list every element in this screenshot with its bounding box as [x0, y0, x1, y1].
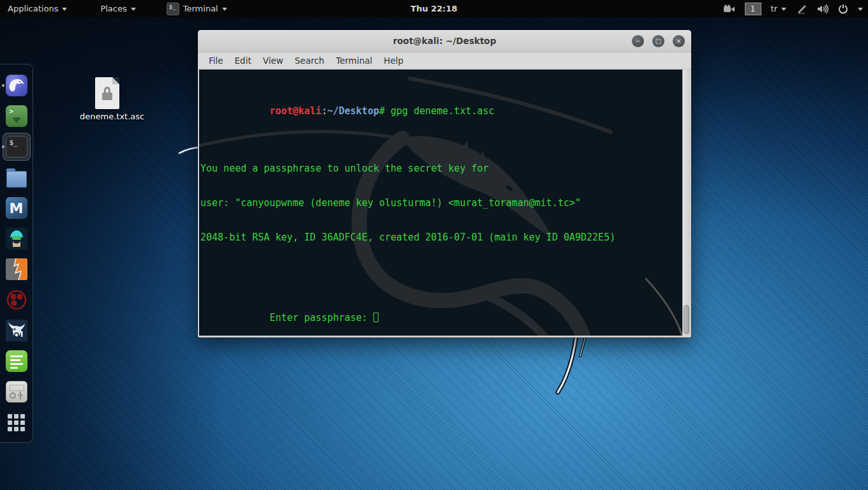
prompt-glyph: > [10, 107, 14, 115]
desktop-file-label: deneme.txt.asc [80, 112, 135, 121]
dock-item-beef[interactable] [0, 315, 33, 346]
applications-menu-label: Applications [8, 4, 58, 13]
dock-item-files[interactable] [0, 162, 33, 193]
active-app-highlight: $_ [3, 133, 31, 161]
terminal-window: root@kali: ~/Desktop − □ ✕ File Edit Vie… [198, 30, 691, 338]
chevron-down-icon [62, 8, 67, 11]
maximize-button[interactable]: □ [652, 35, 664, 47]
dock-item-iceweasel[interactable] [0, 70, 33, 101]
tweak-tool-icon [6, 381, 27, 403]
places-menu[interactable]: Places [93, 0, 143, 17]
power-icon[interactable] [838, 4, 848, 14]
desktop-file-deneme[interactable]: deneme.txt.asc [80, 77, 135, 121]
terminal-text: root@kali:~/Desktop# gpg deneme.txt.asc … [199, 70, 682, 335]
prompt-user: root@kali [269, 105, 321, 117]
dock: > $_ M [0, 64, 33, 443]
gnome-terminal-icon: $_ [6, 136, 27, 158]
running-indicator [2, 84, 4, 87]
app-menu-label: Terminal [183, 4, 218, 13]
chevron-down-icon[interactable] [858, 8, 863, 11]
passphrase-prompt: Enter passphrase: [269, 312, 373, 323]
output-line: user: "canyoupwnme (deneme key olusturma… [200, 197, 682, 209]
page-fold [112, 77, 119, 84]
terminal-cursor[interactable] [373, 313, 378, 322]
scrollbar-thumb[interactable] [684, 305, 689, 334]
menu-view[interactable]: View [257, 56, 289, 66]
menu-terminal[interactable]: Terminal [330, 56, 378, 66]
places-menu-label: Places [100, 4, 126, 13]
top-bar: Applications Places $_ Terminal Thu 22:1… [0, 0, 868, 17]
terminal-scrollbar[interactable] [682, 70, 690, 336]
iceweasel-icon [6, 75, 27, 96]
beef-bull-icon [6, 320, 27, 341]
minimize-button[interactable]: − [632, 35, 644, 47]
input-pen-icon[interactable] [796, 4, 807, 14]
screencast-camera-icon[interactable] [723, 4, 735, 13]
menu-edit[interactable]: Edit [229, 56, 257, 66]
command-text: gpg deneme.txt.asc [391, 105, 495, 117]
workspace-indicator[interactable]: 1 [745, 3, 761, 15]
window-menubar: File Edit View Search Terminal Help [198, 52, 691, 70]
close-button[interactable]: ✕ [673, 35, 685, 47]
show-applications-icon [8, 414, 25, 431]
armitage-icon [6, 228, 27, 249]
dock-item-leafpad[interactable] [0, 346, 33, 376]
app-menu-terminal[interactable]: $_ Terminal [159, 0, 235, 17]
dock-item-armitage[interactable] [0, 223, 33, 254]
dock-item-burpsuite[interactable] [0, 254, 33, 285]
prompt-line: root@kali:~/Desktop# gpg deneme.txt.asc [200, 94, 682, 105]
output-line: You need a passphrase to unlock the secr… [200, 163, 682, 174]
dock-item-gnome-terminal[interactable]: $_ [0, 131, 33, 162]
dock-item-metasploit[interactable]: M [0, 193, 33, 223]
dock-item-dropdown-terminal[interactable]: > [0, 101, 33, 131]
dock-item-show-applications[interactable] [0, 407, 33, 438]
window-titlebar[interactable]: root@kali: ~/Desktop − □ ✕ [198, 30, 691, 52]
burpsuite-icon [6, 258, 27, 280]
leafpad-icon [6, 350, 27, 372]
encrypted-file-icon [95, 77, 119, 109]
menu-help[interactable]: Help [378, 56, 409, 66]
chevron-down-icon [781, 8, 786, 11]
passphrase-line: Enter passphrase: [200, 301, 682, 312]
terminal-icon: $_ [167, 3, 179, 15]
metasploit-icon: M [6, 197, 27, 219]
blank-line [200, 266, 682, 278]
blank-line [200, 128, 682, 140]
kali-desktop: Applications Places $_ Terminal Thu 22:1… [0, 0, 868, 490]
output-line: 2048-bit RSA key, ID 36ADFC4E, created 2… [200, 232, 682, 243]
applications-menu[interactable]: Applications [0, 0, 75, 17]
running-indicator [2, 145, 4, 148]
menu-file[interactable]: File [203, 56, 229, 66]
maltego-icon [6, 289, 27, 311]
prompt-path: ~/Desktop [327, 105, 379, 117]
menu-search[interactable]: Search [289, 56, 330, 66]
folder-icon [6, 171, 27, 188]
clock[interactable]: Thu 22:18 [410, 0, 457, 17]
down-arrow-icon [12, 117, 21, 123]
keyboard-layout-label: tr [771, 4, 777, 13]
volume-icon[interactable] [817, 4, 828, 14]
keyboard-layout-indicator[interactable]: tr [771, 4, 786, 13]
chevron-down-icon [131, 8, 136, 11]
dock-item-tweak-tool[interactable] [0, 376, 33, 407]
window-title: root@kali: ~/Desktop [393, 36, 497, 46]
terminal-content[interactable]: root@kali:~/Desktop# gpg deneme.txt.asc … [199, 70, 682, 336]
dock-item-maltego[interactable] [0, 285, 33, 315]
dropdown-terminal-icon: > [6, 105, 27, 127]
chevron-down-icon [222, 8, 227, 11]
